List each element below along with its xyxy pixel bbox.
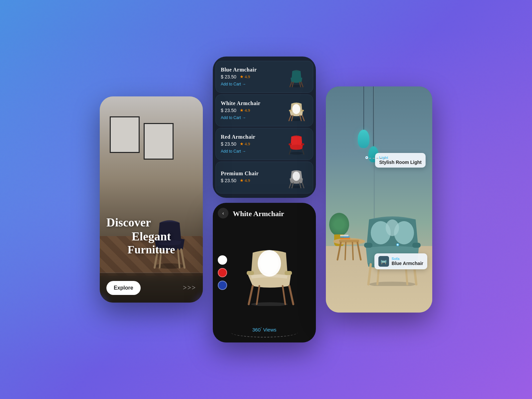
screens-container: Discover Elegant Furniture Explore >>> B… <box>100 57 432 342</box>
art-frame-left <box>110 116 140 153</box>
price-red: $ 23.50 <box>221 141 236 147</box>
svg-rect-15 <box>285 271 292 275</box>
add-cart-blue[interactable]: Add to Cart → <box>221 82 246 86</box>
svg-rect-25 <box>364 243 372 248</box>
color-options <box>218 255 227 290</box>
light-cord-2 <box>373 86 374 146</box>
svg-rect-20 <box>340 235 348 236</box>
svg-rect-28 <box>381 260 382 263</box>
svg-rect-7 <box>289 143 292 145</box>
svg-point-10 <box>293 172 300 181</box>
tooltip-light[interactable]: Light Stylish Room Light <box>375 153 426 168</box>
tooltip-light-connector <box>369 158 386 159</box>
rating-blue: ★ 4.9 <box>240 74 250 79</box>
add-cart-red[interactable]: Add to Cart → <box>221 149 246 154</box>
rating-white: ★ 4.9 <box>240 108 250 113</box>
svg-point-5 <box>292 104 300 114</box>
detail-product-name: White Armchair <box>233 209 284 218</box>
product-card-blue[interactable]: Blue Armchair $ 23.50 ★ 4.9 Add to Cart … <box>215 61 313 93</box>
screen1-bottom-bar: Explore >>> <box>100 273 203 303</box>
price-row-premium: $ 23.50 ★ 4.9 <box>221 178 259 183</box>
svg-rect-14 <box>247 271 254 275</box>
middle-column: Blue Armchair $ 23.50 ★ 4.9 Add to Cart … <box>213 57 316 342</box>
headline3: Furniture <box>106 243 196 256</box>
light-bulb-1 <box>358 130 369 148</box>
chair-icon-premium <box>286 167 307 189</box>
product-name-white: White Armchair <box>221 100 260 106</box>
screen1-text: Discover Elegant Furniture <box>106 215 196 256</box>
product-card-white[interactable]: White Armchair $ 23.50 ★ 4.9 Add to Cart… <box>215 94 313 126</box>
pendant-light-1 <box>358 86 369 148</box>
tooltip-sofa-dot <box>396 243 399 246</box>
svg-point-6 <box>290 152 303 155</box>
product-img-premium <box>285 166 308 189</box>
light-cord-1 <box>363 86 364 130</box>
tooltip-sofa-category: Sofa <box>392 257 423 261</box>
back-button[interactable]: ‹ <box>218 208 228 218</box>
room-chair <box>359 209 426 286</box>
product-info-white: White Armchair $ 23.50 ★ 4.9 Add to Cart… <box>221 100 260 120</box>
wall-art-frames <box>110 116 174 160</box>
product-img-white <box>285 99 308 122</box>
svg-point-21 <box>369 282 416 286</box>
star-icon-red: ★ <box>240 141 244 147</box>
rating-premium: ★ 4.9 <box>240 178 250 183</box>
detail-chair-area <box>229 223 309 323</box>
svg-rect-29 <box>385 260 386 263</box>
svg-rect-17 <box>339 240 359 242</box>
phone-ar-view: Light Stylish Room Light Sofa Blue Armch… <box>326 86 432 313</box>
product-info-premium: Premium Chair $ 23.50 ★ 4.9 <box>221 171 259 185</box>
explore-button[interactable]: Explore <box>106 281 141 295</box>
swipe-arrows: >>> <box>183 284 196 292</box>
tooltip-light-dot <box>365 156 368 159</box>
product-info-red: Red Armchair $ 23.50 ★ 4.9 Add to Cart → <box>221 134 255 154</box>
svg-point-13 <box>260 253 279 274</box>
star-icon-premium: ★ <box>240 178 244 183</box>
color-option-red[interactable] <box>218 268 227 277</box>
product-info-blue: Blue Armchair $ 23.50 ★ 4.9 Add to Cart … <box>221 67 257 87</box>
headline2: Elegant <box>106 229 196 243</box>
headline1: Discover <box>106 215 196 229</box>
tooltip-sofa-name: Blue Armchair <box>392 261 423 266</box>
product-name-premium: Premium Chair <box>221 171 259 177</box>
price-premium: $ 23.50 <box>221 178 236 183</box>
svg-rect-3 <box>289 110 292 111</box>
product-card-red[interactable]: Red Armchair $ 23.50 ★ 4.9 Add to Cart → <box>215 128 313 160</box>
art-frame-right <box>144 123 174 160</box>
svg-rect-8 <box>301 143 304 145</box>
product-name-blue: Blue Armchair <box>221 67 257 73</box>
product-card-premium[interactable]: Premium Chair $ 23.50 ★ 4.9 <box>215 162 313 194</box>
star-icon-white: ★ <box>240 108 244 113</box>
product-img-red <box>285 132 308 156</box>
svg-point-24 <box>386 219 399 236</box>
price-row-blue: $ 23.50 ★ 4.9 <box>221 74 257 79</box>
price-white: $ 23.50 <box>221 108 236 113</box>
phone-detail-view: ‹ White Armchair <box>213 203 316 342</box>
sofa-icon-box <box>378 256 389 267</box>
price-row-white: $ 23.50 ★ 4.9 <box>221 108 260 113</box>
chair-icon-red <box>286 133 307 155</box>
tooltip-sofa[interactable]: Sofa Blue Armchair <box>374 253 427 269</box>
add-cart-white[interactable]: Add to Cart → <box>221 115 246 120</box>
phone-screen1: Discover Elegant Furniture Explore >>> <box>100 96 203 303</box>
color-option-white[interactable] <box>218 255 227 265</box>
product-name-red: Red Armchair <box>221 134 255 140</box>
product-img-blue <box>285 65 308 88</box>
price-blue: $ 23.50 <box>221 74 236 79</box>
rating-red: ★ 4.9 <box>240 141 250 147</box>
svg-rect-4 <box>301 110 304 111</box>
room-chair-svg <box>359 209 426 286</box>
chair-icon-white <box>286 100 307 121</box>
phone-product-list: Blue Armchair $ 23.50 ★ 4.9 Add to Cart … <box>213 57 316 198</box>
color-option-blue[interactable] <box>218 281 227 290</box>
360-views-label: 360° Views <box>252 327 277 332</box>
star-icon: ★ <box>240 74 244 79</box>
plant-leaves <box>329 213 349 236</box>
svg-rect-26 <box>412 243 421 248</box>
detail-chair-svg <box>239 239 299 306</box>
pendant-light-2 <box>368 86 378 162</box>
price-row-red: $ 23.50 ★ 4.9 <box>221 141 255 147</box>
sofa-mini-icon <box>380 258 387 265</box>
tooltip-light-category: Light <box>379 156 422 160</box>
tooltip-light-name: Stylish Room Light <box>379 160 422 165</box>
